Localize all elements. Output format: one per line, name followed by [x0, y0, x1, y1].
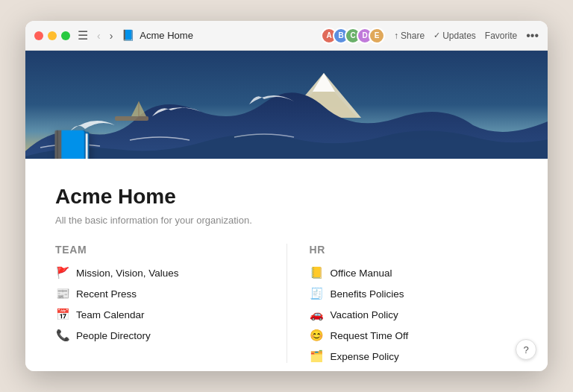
list-item[interactable]: 📰 Recent Press	[55, 287, 264, 300]
titlebar-actions: ↑ Share ✓ Updates Favorite •••	[394, 29, 539, 42]
hero-banner: 📘	[25, 51, 548, 159]
avatar: E	[369, 28, 385, 44]
main-window: ☰ ‹ › 📘 Acme Home A B C D E ↑ Share ✓	[25, 21, 548, 371]
close-button[interactable]	[34, 31, 43, 40]
calendar-icon: 📅	[55, 308, 70, 321]
list-item[interactable]: 🗂️ Expense Policy	[310, 350, 519, 363]
item-label: Expense Policy	[331, 351, 399, 362]
flag-icon: 🚩	[55, 266, 70, 279]
page-title: Acme Home	[55, 185, 518, 209]
book-cover-icon: 📘	[48, 128, 96, 159]
check-icon: ✓	[433, 31, 440, 40]
newspaper-icon: 📰	[55, 287, 70, 300]
list-item[interactable]: 📞 People Directory	[55, 329, 264, 342]
page-content: Acme Home All the basic information for …	[25, 159, 548, 371]
more-button[interactable]: •••	[526, 29, 539, 42]
forward-button[interactable]: ›	[107, 28, 116, 43]
item-label: Request Time Off	[331, 330, 409, 341]
item-label: Vacation Policy	[331, 309, 398, 320]
card-index-icon: 🗂️	[310, 350, 325, 363]
hr-section-title: HR	[310, 244, 519, 256]
item-label: Team Calendar	[76, 309, 145, 320]
list-item[interactable]: 😊 Request Time Off	[310, 329, 519, 342]
traffic-lights	[34, 31, 70, 40]
smile-icon: 😊	[310, 329, 325, 342]
avatars-group: A B C D E	[321, 28, 385, 44]
titlebar: ☰ ‹ › 📘 Acme Home A B C D E ↑ Share ✓	[25, 21, 548, 51]
svg-rect-4	[115, 116, 148, 121]
list-item[interactable]: 🚗 Vacation Policy	[310, 308, 519, 321]
team-section: Team 🚩 Mission, Vision, Values 📰 Recent …	[55, 244, 264, 363]
phone-icon: 📞	[55, 329, 70, 342]
item-label: Office Manual	[331, 268, 392, 279]
titlebar-title: Acme Home	[140, 30, 321, 41]
list-item[interactable]: 🚩 Mission, Vision, Values	[55, 266, 264, 279]
list-item[interactable]: 🧾 Benefits Policies	[310, 287, 519, 300]
nav-arrows: ‹ ›	[94, 28, 116, 43]
list-item[interactable]: 📒 Office Manual	[310, 266, 519, 279]
item-label: People Directory	[76, 330, 151, 341]
team-section-title: Team	[55, 244, 264, 256]
section-divider	[286, 244, 287, 363]
help-button[interactable]: ?	[516, 339, 536, 360]
menu-icon[interactable]: ☰	[78, 28, 88, 42]
item-label: Recent Press	[76, 288, 137, 300]
minimize-button[interactable]	[48, 31, 57, 40]
favorite-button[interactable]: Favorite	[485, 31, 517, 41]
ledger-icon: 📒	[310, 266, 325, 279]
page-icon: 📘	[122, 29, 135, 42]
car-icon: 🚗	[310, 308, 325, 321]
item-label: Mission, Vision, Values	[76, 268, 179, 279]
back-button[interactable]: ‹	[94, 28, 104, 43]
item-label: Benefits Policies	[331, 288, 404, 300]
updates-button[interactable]: ✓ Updates	[433, 31, 476, 41]
maximize-button[interactable]	[61, 31, 70, 40]
hero-illustration	[25, 51, 548, 159]
hr-items-list: 📒 Office Manual 🧾 Benefits Policies 🚗 Va…	[310, 266, 519, 363]
team-items-list: 🚩 Mission, Vision, Values 📰 Recent Press…	[55, 266, 264, 342]
share-icon: ↑	[394, 31, 398, 41]
sections-container: Team 🚩 Mission, Vision, Values 📰 Recent …	[55, 244, 518, 363]
page-subtitle: All the basic information for your organ…	[55, 215, 518, 226]
list-item[interactable]: 📅 Team Calendar	[55, 308, 264, 321]
receipt-icon: 🧾	[310, 287, 325, 300]
hr-section: HR 📒 Office Manual 🧾 Benefits Policies 🚗	[310, 244, 519, 363]
share-button[interactable]: ↑ Share	[394, 31, 425, 41]
